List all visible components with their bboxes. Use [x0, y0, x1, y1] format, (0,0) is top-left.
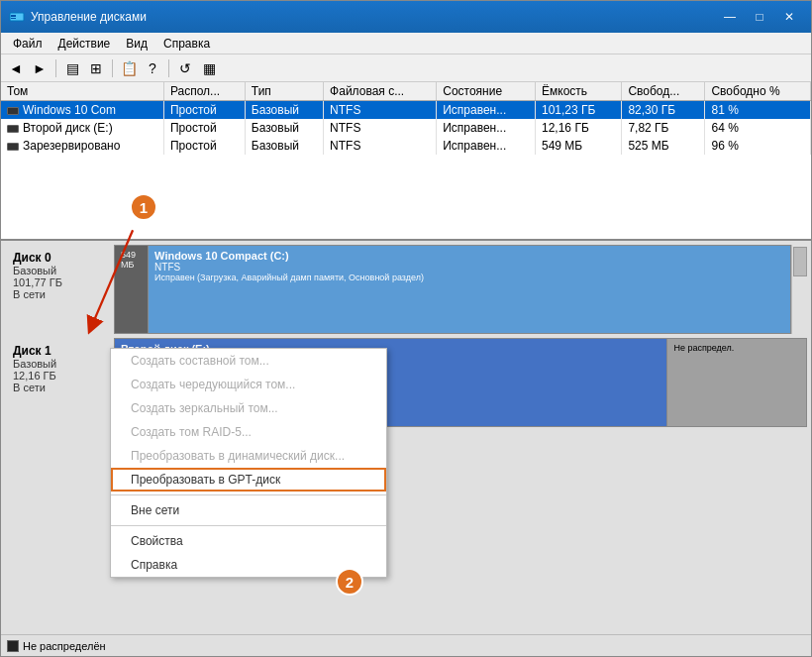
disk-0-partitions: 549 МБ Windows 10 Compact (C:) NTFS Испр…: [114, 245, 791, 334]
toolbar: ◄ ► ▤ ⊞ 📋 ? ↺ ▦: [1, 55, 811, 82]
list-view-button[interactable]: ▤: [61, 57, 83, 79]
disk-0-partition-system[interactable]: Windows 10 Compact (C:) NTFS Исправен (З…: [149, 246, 790, 333]
menu-bar: Файл Действие Вид Справка: [1, 33, 811, 55]
table-cell: 64 %: [705, 119, 811, 137]
window-controls: — □ ✕: [716, 7, 803, 27]
disk-1-name: Диск 1: [13, 344, 106, 358]
table-cell: Исправен...: [437, 119, 536, 137]
disk-0-status: В сети: [13, 288, 106, 300]
ctx-create-striped[interactable]: Создать чередующийся том...: [111, 373, 386, 396]
volume-table: Том Распол... Тип Файловая с... Состояни…: [1, 82, 811, 155]
disk-0-size: 101,77 ГБ: [13, 276, 106, 288]
partition-status: Исправен (Загрузка, Аварийный дамп памят…: [154, 273, 784, 282]
menu-action[interactable]: Действие: [51, 35, 119, 53]
table-cell: Базовый: [245, 137, 323, 155]
col-status[interactable]: Состояние: [437, 82, 536, 101]
ctx-sep-1: [111, 494, 386, 495]
table-cell: 12,16 ГБ: [536, 119, 622, 137]
ctx-sep-2: [111, 525, 386, 526]
free-label: Не распредел.: [673, 343, 800, 353]
disk-1-size: 12,16 ГБ: [13, 370, 106, 382]
disk-0-type: Базовый: [13, 265, 106, 276]
minimize-button[interactable]: —: [716, 7, 744, 27]
close-button[interactable]: ✕: [775, 7, 803, 27]
table-cell: Исправен...: [437, 101, 536, 120]
app-icon: [9, 9, 25, 25]
svg-rect-2: [11, 18, 16, 19]
disk-0-label: Диск 0 Базовый 101,77 ГБ В сети: [5, 245, 114, 334]
col-free-pct[interactable]: Свободно %: [705, 82, 811, 101]
menu-file[interactable]: Файл: [5, 35, 51, 53]
ctx-properties[interactable]: Свойства: [111, 529, 386, 553]
scrollbar[interactable]: [791, 245, 807, 334]
col-capacity[interactable]: Ёмкость: [536, 82, 622, 101]
main-content: Том Распол... Тип Файловая с... Состояни…: [1, 82, 811, 656]
table-row[interactable]: Windows 10 ComПростойБазовыйNTFSИсправен…: [1, 101, 811, 120]
col-location[interactable]: Распол...: [163, 82, 245, 101]
menu-help[interactable]: Справка: [155, 35, 218, 53]
col-type[interactable]: Тип: [245, 82, 323, 101]
toolbar-separator-2: [112, 59, 113, 77]
forward-button[interactable]: ►: [29, 57, 51, 79]
ctx-convert-gpt[interactable]: Преобразовать в GPT-диск: [111, 468, 386, 492]
disk-icon: [7, 143, 19, 151]
table-cell: Исправен...: [437, 137, 536, 155]
toolbar-separator: [55, 59, 56, 77]
col-filesystem[interactable]: Файловая с...: [324, 82, 437, 101]
disk-0-partition-reserved[interactable]: 549 МБ: [115, 246, 149, 333]
partition-fs: NTFS: [154, 262, 784, 273]
table-cell: Простой: [163, 101, 245, 120]
table-cell: Простой: [163, 119, 245, 137]
legend-label-unallocated: Не распределён: [23, 640, 106, 652]
back-button[interactable]: ◄: [5, 57, 27, 79]
ctx-create-raid5[interactable]: Создать том RAID-5...: [111, 420, 386, 444]
table-cell: 101,23 ГБ: [536, 101, 622, 120]
ctx-create-mirror[interactable]: Создать зеркальный том...: [111, 396, 386, 420]
svg-rect-1: [11, 15, 16, 17]
ctx-offline[interactable]: Вне сети: [111, 498, 386, 522]
ctx-create-spanned[interactable]: Создать составной том...: [111, 349, 386, 373]
disk-icon: [7, 125, 19, 133]
extra-button[interactable]: ▦: [198, 57, 220, 79]
annotation-badge-2: 2: [336, 568, 363, 596]
table-cell: Базовый: [245, 119, 323, 137]
legend-bar: Не распределён: [1, 634, 811, 656]
detail-view-button[interactable]: ⊞: [85, 57, 107, 79]
table-cell: NTFS: [324, 101, 437, 120]
table-cell: Базовый: [245, 101, 323, 120]
table-cell: 82,30 ГБ: [622, 101, 705, 120]
table-cell: Второй диск (E:): [1, 119, 163, 137]
disk-1-label: Диск 1 Базовый 12,16 ГБ В сети: [5, 338, 114, 427]
toolbar-separator-3: [168, 59, 169, 77]
context-menu: Создать составной том... Создать чередую…: [110, 348, 387, 578]
table-row[interactable]: Второй диск (E:)ПростойБазовыйNTFSИсправ…: [1, 119, 811, 137]
partition-name: Windows 10 Compact (C:): [154, 250, 784, 262]
table-cell: 549 МБ: [536, 137, 622, 155]
help-button[interactable]: ?: [142, 57, 163, 79]
refresh-button[interactable]: ↺: [174, 57, 196, 79]
table-cell: 7,82 ГБ: [622, 119, 705, 137]
table-cell: Простой: [163, 137, 245, 155]
col-volume[interactable]: Том: [1, 82, 163, 101]
table-row[interactable]: ЗарезервированоПростойБазовыйNTFSИсправе…: [1, 137, 811, 155]
properties-button[interactable]: 📋: [118, 57, 140, 79]
table-cell: NTFS: [324, 137, 437, 155]
table-cell: NTFS: [324, 119, 437, 137]
disk-row-0: Диск 0 Базовый 101,77 ГБ В сети 549 МБ W…: [5, 245, 807, 334]
disk-1-partition-free[interactable]: Не распредел.: [667, 339, 806, 426]
menu-view[interactable]: Вид: [118, 35, 155, 53]
ctx-convert-dynamic[interactable]: Преобразовать в динамический диск...: [111, 444, 386, 468]
title-bar: Управление дисками — □ ✕: [1, 1, 811, 33]
annotation-badge-1: 1: [130, 193, 157, 221]
table-cell: 96 %: [705, 137, 811, 155]
window-title: Управление дисками: [31, 10, 716, 24]
volume-table-section: Том Распол... Тип Файловая с... Состояни…: [1, 82, 811, 241]
disk-0-name: Диск 0: [13, 251, 106, 265]
table-cell: 525 МБ: [622, 137, 705, 155]
disk-icon: [7, 107, 19, 115]
partition-label: 549 МБ: [121, 250, 142, 270]
legend-unallocated: Не распределён: [7, 640, 106, 652]
maximize-button[interactable]: □: [746, 7, 773, 27]
disk-1-status: В сети: [13, 382, 106, 393]
col-free[interactable]: Свобод...: [622, 82, 705, 101]
